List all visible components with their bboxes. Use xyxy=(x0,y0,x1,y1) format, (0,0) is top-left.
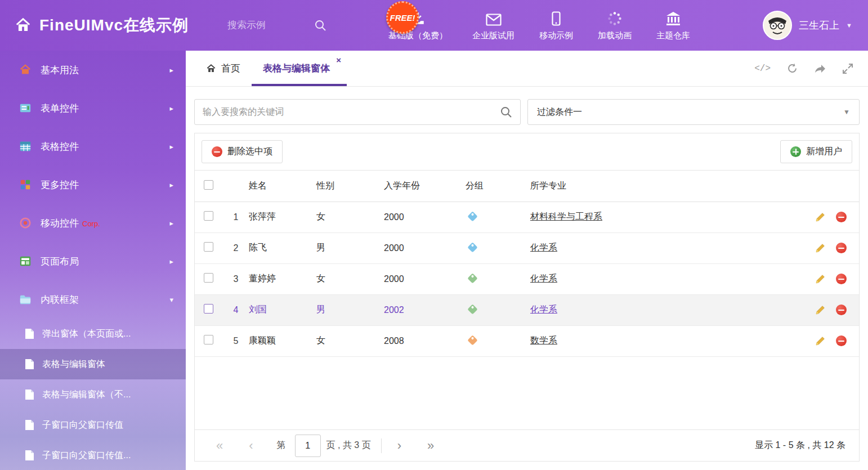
sidebar-item-form-controls[interactable]: 表单控件 ▸ xyxy=(0,89,186,127)
row-checkbox[interactable] xyxy=(204,273,213,283)
chevron-right-icon: ▸ xyxy=(169,181,173,189)
chevron-down-icon: ▼ xyxy=(843,108,850,116)
cell-name: 张萍萍 xyxy=(249,202,316,232)
table-row[interactable]: 3 董婷婷 女 2000 化学系 xyxy=(195,263,859,294)
avatar[interactable] xyxy=(763,11,792,40)
row-number: 3 xyxy=(223,263,249,294)
open-new-window-icon[interactable] xyxy=(814,63,826,74)
chevron-right-icon: ▸ xyxy=(169,142,173,151)
form-icon xyxy=(19,102,32,114)
major-link[interactable]: 化学系 xyxy=(530,243,557,252)
nav-loading-animation[interactable]: 加载动画 xyxy=(598,10,632,41)
header-search[interactable] xyxy=(227,19,357,32)
free-badge: FREE! xyxy=(386,1,419,34)
last-page-icon[interactable]: » xyxy=(419,440,442,452)
tab-home[interactable]: 首页 xyxy=(195,51,252,86)
delete-row-icon[interactable] xyxy=(836,305,847,315)
cell-gender: 男 xyxy=(316,294,384,325)
delete-row-icon[interactable] xyxy=(836,274,847,284)
search-icon[interactable] xyxy=(314,19,326,32)
user-name: 三生石上 xyxy=(799,19,839,32)
prev-page-icon[interactable]: ‹ xyxy=(241,440,261,452)
table-row[interactable]: 2 陈飞 男 2000 化学系 xyxy=(195,232,859,263)
table-row-selected[interactable]: 4 刘国 男 2002 化学系 xyxy=(195,294,859,325)
chevron-down-icon: ▾ xyxy=(169,296,173,304)
first-page-icon[interactable]: « xyxy=(208,440,231,452)
header-search-input[interactable] xyxy=(227,20,295,31)
grid-empty-space xyxy=(195,357,859,430)
page-number-input[interactable] xyxy=(295,435,321,457)
tab-grid-edit-window[interactable]: 表格与编辑窗体 × xyxy=(252,51,347,86)
sidebar-subitem-label: 表格与编辑窗体（不... xyxy=(42,389,131,401)
spinner-icon xyxy=(607,10,622,26)
edit-icon[interactable] xyxy=(815,212,826,222)
cell-year: 2008 xyxy=(384,325,466,356)
search-icon[interactable] xyxy=(500,106,512,118)
keyword-search-input[interactable] xyxy=(203,107,500,117)
refresh-icon[interactable] xyxy=(786,62,798,74)
keyword-search-box[interactable] xyxy=(194,99,521,125)
sidebar: 基本用法 ▸ 表单控件 ▸ 表格控件 ▸ 更多控件 ▸ 移动控件 xyxy=(0,51,186,470)
cell-year: 2000 xyxy=(384,202,466,232)
major-link[interactable]: 化学系 xyxy=(530,274,557,283)
sidebar-item-more-controls[interactable]: 更多控件 ▸ xyxy=(0,165,186,204)
grid-toolbar: 删除选中项 新增用户 xyxy=(195,133,859,171)
nav-mobile-demo[interactable]: 移动示例 xyxy=(539,10,573,41)
row-checkbox[interactable] xyxy=(204,211,213,221)
fullscreen-icon[interactable] xyxy=(842,63,853,74)
sidebar-subitem-grid-edit-window-2[interactable]: 表格与编辑窗体（不... xyxy=(0,379,186,410)
column-header-year[interactable]: 入学年份 xyxy=(384,171,466,202)
top-header: FineUIMvc在线示例 FREE! 基础版（免费） 企业版试用 xyxy=(0,0,868,51)
close-icon[interactable]: × xyxy=(336,55,341,65)
sidebar-item-basic-usage[interactable]: 基本用法 ▸ xyxy=(0,51,186,89)
tag-icon xyxy=(467,211,477,221)
major-link[interactable]: 材料科学与工程系 xyxy=(530,212,602,221)
edit-icon[interactable] xyxy=(815,243,826,253)
sidebar-subitem-popup-window[interactable]: 弹出窗体（本页面或... xyxy=(0,319,186,349)
table-row[interactable]: 1 张萍萍 女 2000 材料科学与工程系 xyxy=(195,202,859,232)
sidebar-item-grid-controls[interactable]: 表格控件 ▸ xyxy=(0,127,186,165)
major-link[interactable]: 数学系 xyxy=(530,335,557,345)
table-row[interactable]: 5 康颖颖 女 2008 数学系 xyxy=(195,325,859,356)
file-icon xyxy=(25,419,34,431)
table-header-row: 姓名 性别 入学年份 分组 所学专业 xyxy=(195,171,859,202)
next-page-icon[interactable]: › xyxy=(390,440,409,452)
brand[interactable]: FineUIMvc在线示例 xyxy=(0,15,227,36)
sidebar-subitem-label: 子窗口向父窗口传值 xyxy=(42,419,123,431)
tab-tools: </> xyxy=(754,51,868,86)
nav-theme-store[interactable]: 主题仓库 xyxy=(656,10,690,41)
sidebar-subitem-grid-edit-window[interactable]: 表格与编辑窗体 xyxy=(0,349,186,379)
column-header-major[interactable]: 所学专业 xyxy=(530,171,796,202)
edit-icon[interactable] xyxy=(815,305,826,315)
edit-icon[interactable] xyxy=(815,274,826,284)
sidebar-subitem-child-to-parent[interactable]: 子窗口向父窗口传值 xyxy=(0,410,186,440)
sidebar-item-page-layout[interactable]: 页面布局 ▸ xyxy=(0,242,186,280)
delete-row-icon[interactable] xyxy=(836,243,847,253)
grid-panel: 删除选中项 新增用户 xyxy=(194,133,860,462)
source-code-icon[interactable]: </> xyxy=(754,64,771,74)
sidebar-subitem-child-to-parent-2[interactable]: 子窗口向父窗口传值... xyxy=(0,440,186,470)
sidebar-item-mobile-controls[interactable]: 移动控件 Corp. ▸ xyxy=(0,204,186,242)
row-checkbox[interactable] xyxy=(204,335,213,344)
delete-row-icon[interactable] xyxy=(836,212,847,222)
column-header-group[interactable]: 分组 xyxy=(466,171,530,202)
select-all-checkbox[interactable] xyxy=(204,180,213,190)
row-number: 1 xyxy=(223,202,249,232)
user-menu[interactable]: 三生石上 ▼ xyxy=(763,11,868,40)
major-link[interactable]: 化学系 xyxy=(530,305,557,314)
delete-row-icon[interactable] xyxy=(836,335,847,346)
column-header-gender[interactable]: 性别 xyxy=(316,171,384,202)
row-checkbox[interactable] xyxy=(204,242,213,252)
edit-icon[interactable] xyxy=(815,335,826,346)
add-user-button[interactable]: 新增用户 xyxy=(780,140,852,163)
bank-icon xyxy=(665,10,681,26)
page-prefix: 第 xyxy=(277,440,286,451)
filter-dropdown[interactable]: 过滤条件一 ▼ xyxy=(527,99,860,125)
sidebar-item-inline-frame[interactable]: 内联框架 ▾ xyxy=(0,280,186,319)
tab-bar: 首页 表格与编辑窗体 × </> xyxy=(186,51,868,87)
app-window: FineUIMvc在线示例 FREE! 基础版（免费） 企业版试用 xyxy=(0,0,868,470)
column-header-name[interactable]: 姓名 xyxy=(249,171,316,202)
delete-selected-button[interactable]: 删除选中项 xyxy=(202,140,283,163)
row-checkbox[interactable] xyxy=(204,304,213,314)
nav-enterprise-trial[interactable]: 企业版试用 xyxy=(472,10,514,41)
